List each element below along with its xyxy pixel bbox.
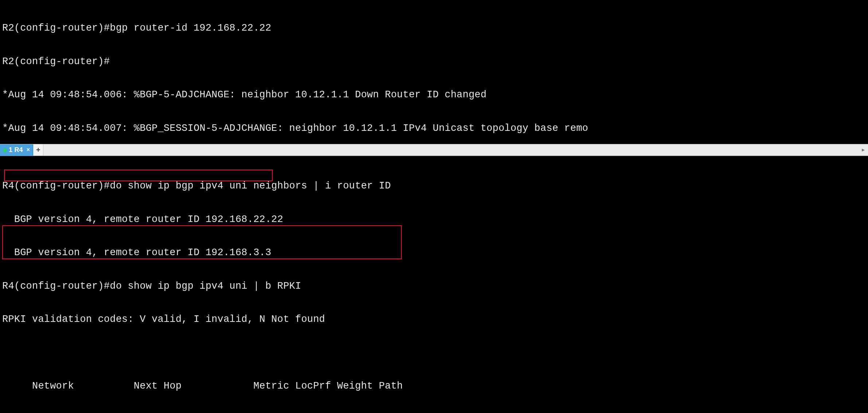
terminal-bottom-pane[interactable]: R4(config-router)#do show ip bgp ipv4 un…	[0, 156, 868, 413]
add-tab-button[interactable]: +	[33, 144, 43, 156]
terminal-line: BGP version 4, remote router ID 192.168.…	[2, 214, 868, 225]
terminal-line: RPKI validation codes: V valid, I invali…	[2, 314, 868, 325]
tab-strip: 1 R4 × + ▸	[0, 144, 868, 156]
terminal-line: *Aug 14 09:48:54.006: %BGP-5-ADJCHANGE: …	[2, 89, 868, 101]
tab-label: 1 R4	[9, 144, 23, 156]
terminal-line: *Aug 14 09:48:54.007: %BGP_SESSION-5-ADJ…	[2, 123, 868, 134]
status-dot-icon	[3, 148, 7, 152]
terminal-top-pane[interactable]: R2(config-router)#bgp router-id 192.168.…	[0, 0, 868, 144]
highlight-box	[4, 170, 273, 181]
terminal-line: BGP version 4, remote router ID 192.168.…	[2, 247, 868, 258]
terminal-line	[2, 347, 868, 359]
terminal-line: R4(config-router)#do show ip bgp ipv4 un…	[2, 281, 868, 292]
tab-overflow-button[interactable]: ▸	[859, 144, 868, 156]
terminal-line: R2(config-router)#bgp router-id 192.168.…	[2, 23, 868, 34]
terminal-line: R2(config-router)#	[2, 56, 868, 67]
tab-spacer	[43, 144, 859, 156]
terminal-line: R4(config-router)#do show ip bgp ipv4 un…	[2, 180, 868, 192]
close-icon[interactable]: ×	[27, 144, 30, 156]
terminal-line: Network Next Hop Metric LocPrf Weight Pa…	[2, 381, 868, 392]
tab-r4[interactable]: 1 R4 ×	[0, 144, 33, 156]
